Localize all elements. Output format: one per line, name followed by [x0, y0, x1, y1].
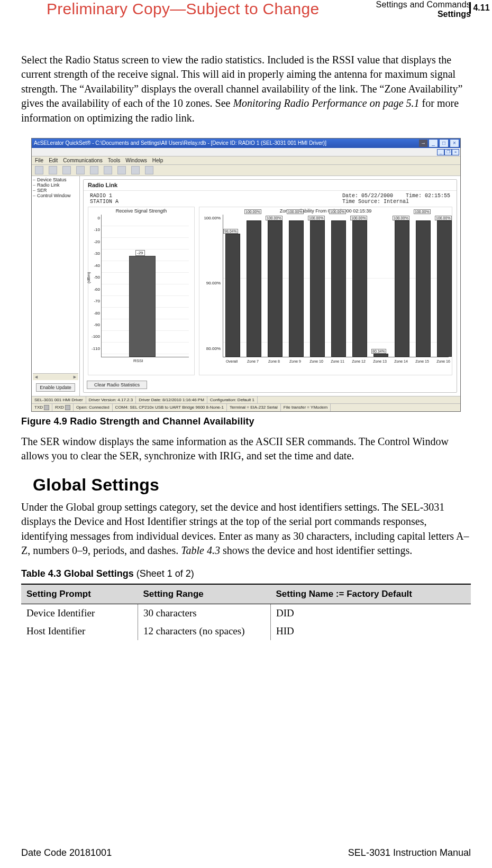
- zone-bar: [310, 220, 325, 357]
- toolbar-icon[interactable]: [49, 166, 57, 174]
- tree-radio-link[interactable]: Radio Link: [33, 182, 78, 188]
- zone-x-category: Zone 16: [435, 359, 452, 363]
- child-close-icon[interactable]: ×: [452, 149, 459, 155]
- page-footer: Date Code 20181001 SEL-3031 Instruction …: [0, 847, 492, 858]
- zone-bar: [225, 234, 240, 357]
- rssi-bar: [129, 256, 156, 357]
- zone-x-category: Zone 13: [371, 359, 388, 363]
- status-driver: SEL-3031 001 HMI Driver: [32, 396, 86, 403]
- zone-value-label: 100.00%: [308, 216, 325, 220]
- menu-comms[interactable]: Communications: [63, 158, 102, 163]
- zone-value-label: 100.00%: [414, 209, 431, 214]
- scroll-right-icon[interactable]: ►: [72, 374, 77, 380]
- zone-bar: [416, 220, 431, 357]
- zone-x-category: Zone 14: [393, 359, 409, 363]
- radio-link-panel: Radio Link RADIO 1 STATION A Date: 05/22…: [83, 179, 457, 393]
- toolbar-icon[interactable]: [117, 166, 126, 174]
- status-bar-1: SEL-3031 001 HMI Driver Driver Version: …: [32, 396, 460, 403]
- titlebar-arrow-icon[interactable]: →: [419, 140, 427, 147]
- clear-radio-statistics-button[interactable]: Clear Radio Statistics: [87, 381, 147, 389]
- window-title: AcSELerator QuickSet® - C:\Documents and…: [34, 140, 326, 146]
- scroll-left-icon[interactable]: ◄: [34, 374, 39, 380]
- rssi-value-label: -29: [135, 250, 145, 256]
- child-minimize-icon[interactable]: _: [437, 149, 444, 155]
- status-bar-2: TXD RXD Open: Connected COM4: SEL CP210x…: [32, 403, 460, 411]
- zone-bar: [352, 220, 367, 357]
- menu-edit[interactable]: Edit: [49, 158, 58, 163]
- rssi-chart: Receive Signal Strength (dBm) 0-10-20-30…: [88, 207, 195, 375]
- meta-radio: RADIO 1: [90, 193, 119, 199]
- toolbar-icon[interactable]: [76, 166, 85, 174]
- toolbar-icon[interactable]: [145, 166, 153, 174]
- zone-value-label: 100.00%: [329, 209, 346, 214]
- minimize-icon[interactable]: _: [429, 139, 438, 147]
- table-cell: Host Identifier: [21, 622, 138, 640]
- table-cell: Device Identifier: [21, 604, 138, 623]
- zone-x-category: Zone 7: [244, 359, 261, 363]
- tree-device-status[interactable]: Device Status: [33, 177, 78, 182]
- app-window: AcSELerator QuickSet® - C:\Documents and…: [31, 138, 461, 412]
- menu-help[interactable]: Help: [152, 158, 163, 163]
- menu-tools[interactable]: Tools: [108, 158, 120, 163]
- zone-bar: [289, 220, 304, 357]
- toolbar-icon[interactable]: [62, 166, 71, 174]
- zone-value-label: 100.00%: [435, 216, 452, 220]
- zone-value-label: 100.00%: [287, 209, 304, 214]
- table-cell: DID: [271, 604, 471, 623]
- zone-value-label: 100.00%: [393, 216, 409, 220]
- nav-tree[interactable]: Device Status Radio Link SER Control Win…: [32, 176, 80, 396]
- tree-control-window[interactable]: Control Window: [33, 193, 78, 198]
- global-settings-table: Setting Prompt Setting Range Setting Nam…: [21, 584, 471, 640]
- footer-date-code: Date Code 20181001: [21, 847, 112, 858]
- table-row: Device Identifier30 charactersDID: [21, 604, 471, 623]
- status-open: Open: Connected: [74, 404, 113, 411]
- close-icon[interactable]: ×: [450, 139, 459, 147]
- page-number: 4.11: [469, 2, 492, 14]
- meta-time-source: Time Source: Internal: [342, 199, 450, 205]
- table-header-prompt: Setting Prompt: [21, 584, 138, 604]
- maximize-icon[interactable]: □: [439, 139, 449, 147]
- rssi-y-label: (dBm): [86, 272, 91, 283]
- menu-file[interactable]: File: [35, 158, 43, 163]
- meta-time: Time: 02:15:55: [406, 193, 450, 199]
- status-version: Driver Version: 4.17.2.3: [86, 396, 136, 403]
- toolbar-icon[interactable]: [104, 166, 112, 174]
- window-titlebar[interactable]: AcSELerator QuickSet® - C:\Documents and…: [32, 138, 460, 148]
- zone-bar: [395, 220, 409, 357]
- tree-ser[interactable]: SER: [33, 188, 78, 193]
- menu-windows[interactable]: Windows: [125, 158, 147, 163]
- toolbar-icon[interactable]: [35, 166, 43, 174]
- status-terminal: Terminal = EIA-232 Serial: [227, 404, 281, 411]
- zone-x-category: Zone 12: [350, 359, 367, 363]
- txd-led-icon: [44, 405, 49, 410]
- meta-station: STATION A: [90, 199, 119, 205]
- zone-value-label: 100.00%: [350, 216, 367, 220]
- zone-bar: [331, 220, 346, 357]
- zone-value-label: 80.34%: [371, 349, 386, 354]
- rssi-x-category: RSSI: [133, 358, 143, 363]
- zone-value-label: 100.00%: [266, 216, 283, 220]
- watermark-text: Preliminary Copy—Subject to Change: [47, 0, 319, 18]
- table-caption: Table 4.3 Global Settings (Sheet 1 of 2): [21, 568, 471, 579]
- zone-value-label: 98.04%: [223, 229, 238, 234]
- header-section: Settings: [376, 10, 471, 19]
- zone-bar: [373, 354, 388, 357]
- zone-bar: [247, 220, 261, 357]
- zone-x-category: Zone 11: [329, 359, 346, 363]
- intro-paragraph: Select the Radio Status screen to view t…: [21, 53, 471, 125]
- table-header-range: Setting Range: [138, 584, 271, 604]
- child-window-controls: _ ❐ ×: [32, 148, 460, 156]
- toolbar: [32, 165, 460, 176]
- child-restore-icon[interactable]: ❐: [444, 149, 452, 155]
- tree-scrollbar[interactable]: ◄ ►: [33, 373, 78, 380]
- zone-bar: [268, 220, 283, 357]
- enable-update-button[interactable]: Enable Update: [36, 383, 75, 392]
- toolbar-icon[interactable]: [90, 166, 98, 174]
- rssi-y-axis: 0-10-20-30-40-50-60-70-80-90-100-110: [88, 215, 101, 357]
- table-row: Host Identifier12 characters (no spaces)…: [21, 622, 471, 640]
- ser-paragraph: The SER window displays the same informa…: [21, 435, 471, 464]
- status-rxd: RXD: [52, 404, 74, 411]
- status-transfer: File transfer = YModem: [281, 404, 331, 411]
- toolbar-icon[interactable]: [131, 166, 140, 174]
- rssi-chart-title: Receive Signal Strength: [88, 207, 194, 215]
